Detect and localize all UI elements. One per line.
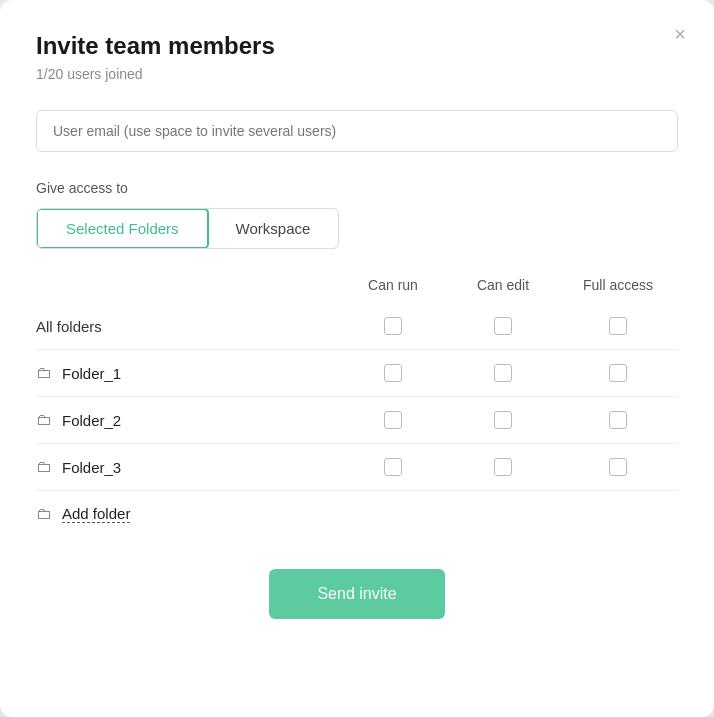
folder2-can-edit-cell bbox=[448, 411, 558, 429]
invite-modal: × Invite team members 1/20 users joined … bbox=[0, 0, 714, 717]
add-folder-row[interactable]: 🗀 Add folder bbox=[36, 491, 678, 537]
folder2-full-access-cell bbox=[558, 411, 678, 429]
folder-icon: 🗀 bbox=[36, 458, 52, 476]
col-header-can-run: Can run bbox=[338, 277, 448, 293]
row-folder-1: 🗀 Folder_1 bbox=[36, 364, 338, 382]
folder1-can-run-checkbox[interactable] bbox=[384, 364, 402, 382]
row-all-folders: All folders bbox=[36, 318, 338, 335]
close-button[interactable]: × bbox=[670, 20, 690, 48]
table-row: 🗀 Folder_2 bbox=[36, 397, 678, 444]
users-count: 1/20 users joined bbox=[36, 66, 678, 82]
all-folders-can-run-cell bbox=[338, 317, 448, 335]
send-invite-button[interactable]: Send invite bbox=[269, 569, 444, 619]
permissions-table: Can run Can edit Full access All folders… bbox=[36, 277, 678, 537]
tab-group: Selected Folders Workspace bbox=[36, 208, 339, 249]
row-folder-2: 🗀 Folder_2 bbox=[36, 411, 338, 429]
folder-icon: 🗀 bbox=[36, 364, 52, 382]
folder1-can-edit-checkbox[interactable] bbox=[494, 364, 512, 382]
folder3-full-access-cell bbox=[558, 458, 678, 476]
tab-selected-folders[interactable]: Selected Folders bbox=[36, 208, 209, 249]
all-folders-full-access-checkbox[interactable] bbox=[609, 317, 627, 335]
modal-title: Invite team members bbox=[36, 32, 678, 60]
table-header: Can run Can edit Full access bbox=[36, 277, 678, 303]
folder3-can-edit-checkbox[interactable] bbox=[494, 458, 512, 476]
all-folders-can-edit-cell bbox=[448, 317, 558, 335]
all-folders-full-access-cell bbox=[558, 317, 678, 335]
folder2-can-edit-checkbox[interactable] bbox=[494, 411, 512, 429]
col-header-can-edit: Can edit bbox=[448, 277, 558, 293]
table-row: All folders bbox=[36, 303, 678, 350]
folder2-full-access-checkbox[interactable] bbox=[609, 411, 627, 429]
folder2-can-run-checkbox[interactable] bbox=[384, 411, 402, 429]
add-folder-label: Add folder bbox=[62, 505, 130, 523]
folder1-full-access-checkbox[interactable] bbox=[609, 364, 627, 382]
folder3-can-run-cell bbox=[338, 458, 448, 476]
tab-workspace[interactable]: Workspace bbox=[208, 209, 339, 248]
folder-icon: 🗀 bbox=[36, 411, 52, 429]
email-input[interactable] bbox=[36, 110, 678, 152]
folder1-full-access-cell bbox=[558, 364, 678, 382]
folder1-can-edit-cell bbox=[448, 364, 558, 382]
col-header-full-access: Full access bbox=[558, 277, 678, 293]
folder3-can-edit-cell bbox=[448, 458, 558, 476]
folder2-can-run-cell bbox=[338, 411, 448, 429]
all-folders-can-edit-checkbox[interactable] bbox=[494, 317, 512, 335]
table-row: 🗀 Folder_3 bbox=[36, 444, 678, 491]
all-folders-can-run-checkbox[interactable] bbox=[384, 317, 402, 335]
col-header-name bbox=[36, 277, 338, 293]
folder3-can-run-checkbox[interactable] bbox=[384, 458, 402, 476]
give-access-label: Give access to bbox=[36, 180, 678, 196]
folder3-full-access-checkbox[interactable] bbox=[609, 458, 627, 476]
add-folder-icon: 🗀 bbox=[36, 505, 52, 523]
folder1-can-run-cell bbox=[338, 364, 448, 382]
table-row: 🗀 Folder_1 bbox=[36, 350, 678, 397]
row-folder-3: 🗀 Folder_3 bbox=[36, 458, 338, 476]
